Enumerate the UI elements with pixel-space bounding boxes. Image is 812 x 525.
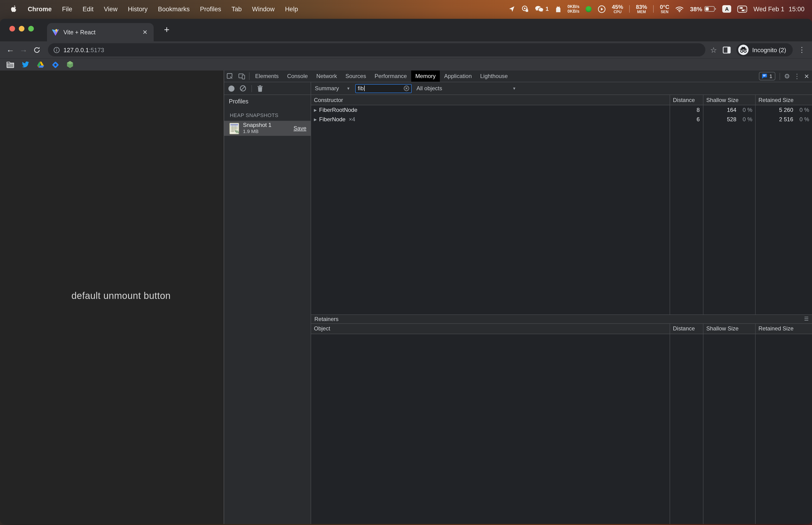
perspective-select[interactable]: Summary ▼ (315, 85, 350, 92)
clear-search-icon[interactable] (404, 86, 410, 91)
unmount-button[interactable]: default unmount button (72, 290, 171, 301)
col-shallow-size[interactable]: Shallow Size (703, 95, 755, 105)
back-button[interactable]: ← (4, 45, 17, 55)
clear-profiles-icon[interactable] (240, 85, 246, 92)
snapshot-item[interactable]: % Snapshot 1 1.9 MB Save (224, 121, 311, 136)
profile-incognito-chip[interactable]: Incognito (2) (736, 43, 793, 56)
table-row-fiberrootnode[interactable]: ▶ FiberRootNode 8 1640 % 5 2600 % (311, 105, 812, 115)
address-bar[interactable]: 127.0.0.1:5173 (48, 43, 706, 56)
issues-counter-button[interactable]: 1 (759, 72, 775, 80)
incognito-label: Incognito (2) (752, 46, 786, 53)
issues-icon (762, 73, 768, 79)
battery-indicator[interactable]: 38% (690, 5, 716, 13)
wifi-icon[interactable] (675, 6, 684, 12)
new-tab-button[interactable]: + (161, 25, 172, 35)
tab-elements[interactable]: Elements (251, 71, 283, 82)
bookmark-folder-icon[interactable] (6, 61, 15, 68)
cpu-stat[interactable]: 45% CPU (612, 4, 623, 14)
site-info-icon[interactable] (53, 47, 60, 53)
text-caret (364, 86, 365, 91)
take-snapshot-button[interactable] (228, 85, 234, 91)
menubar-item-help[interactable]: Help (280, 5, 303, 13)
tab-performance[interactable]: Performance (370, 71, 411, 82)
device-toolbar-icon[interactable] (236, 71, 248, 82)
heap-grid: Constructor Distance Shallow Size Retain… (311, 95, 812, 524)
status-dot-icon[interactable] (585, 6, 592, 12)
play-icon[interactable] (598, 5, 606, 13)
tab-console[interactable]: Console (283, 71, 312, 82)
constructor-grid-empty-area (311, 124, 812, 314)
snapshot-save-link[interactable]: Save (293, 125, 308, 132)
col-shallow-size[interactable]: Shallow Size (703, 324, 755, 333)
bookmark-twitter-icon[interactable] (21, 61, 30, 68)
devtools-settings-icon[interactable]: ⚙ (784, 72, 790, 80)
inspect-element-icon[interactable] (224, 71, 236, 82)
tab-sources[interactable]: Sources (341, 71, 370, 82)
forward-button[interactable]: → (17, 45, 30, 55)
snapshot-name: Snapshot 1 (243, 122, 271, 129)
minimize-window-button[interactable] (19, 26, 25, 31)
tab-close-icon[interactable]: ✕ (141, 29, 149, 36)
menubar-app-name[interactable]: Chrome (22, 5, 57, 13)
browser-window: Vite + React ✕ + ← → 127.0.0.1:5173 ☆ (0, 19, 812, 524)
menubar-item-bookmarks[interactable]: Bookmarks (153, 5, 195, 13)
browser-menu-icon[interactable]: ⋮ (798, 46, 806, 54)
tab-title: Vite + React (63, 29, 137, 35)
col-constructor[interactable]: Constructor (311, 95, 670, 105)
col-distance[interactable]: Distance (670, 95, 703, 105)
vite-favicon (52, 28, 59, 36)
close-window-button[interactable] (10, 26, 15, 31)
col-retained-size[interactable]: Retained Size (755, 95, 812, 105)
cat-icon[interactable] (555, 5, 561, 13)
wechat-badge: 1 (546, 6, 549, 12)
bookmark-node-icon[interactable] (66, 61, 74, 69)
col-distance[interactable]: Distance (670, 324, 703, 333)
screen: Chrome File Edit View History Bookmarks … (0, 0, 812, 525)
tab-lighthouse[interactable]: Lighthouse (476, 71, 512, 82)
browser-tab[interactable]: Vite + React ✕ (47, 23, 154, 41)
reload-button[interactable] (30, 46, 43, 53)
menubar-clock[interactable]: Wed Feb 1 15:00 (753, 5, 805, 13)
devtools-more-icon[interactable]: ⋮ (794, 72, 800, 80)
menubar-item-edit[interactable]: Edit (78, 5, 99, 13)
menubar-item-history[interactable]: History (123, 5, 153, 13)
tab-memory[interactable]: Memory (411, 71, 440, 82)
input-source-indicator[interactable]: A (722, 5, 731, 13)
menubar-item-tab[interactable]: Tab (226, 5, 247, 13)
bookmark-jira-icon[interactable] (52, 61, 59, 69)
devtools-panel: Elements Console Network Sources Perform… (224, 71, 812, 524)
tab-application[interactable]: Application (440, 71, 476, 82)
menubar-item-window[interactable]: Window (247, 5, 280, 13)
mem-stat[interactable]: 83% MEM (636, 4, 647, 14)
constructor-header-row: Constructor Distance Shallow Size Retain… (311, 95, 812, 105)
col-retained-size[interactable]: Retained Size (755, 324, 812, 333)
wechat-icon[interactable] (535, 5, 544, 13)
expand-triangle-icon[interactable]: ▶ (314, 117, 317, 121)
bookmark-drive-icon[interactable] (37, 61, 45, 68)
menubar-item-view[interactable]: View (99, 5, 123, 13)
menubar-item-file[interactable]: File (57, 5, 78, 13)
col-object[interactable]: Object (311, 324, 670, 333)
bookmark-star-icon[interactable]: ☆ (710, 45, 717, 54)
network-speed-stat[interactable]: 0KB/s 0KB/s (567, 4, 579, 14)
retainers-menu-icon[interactable]: ☰ (804, 316, 809, 322)
url-text: 127.0.0.1:5173 (63, 46, 104, 53)
objects-scope-select[interactable]: All objects ▼ (417, 85, 516, 92)
browser-toolbar: ← → 127.0.0.1:5173 ☆ I (0, 41, 812, 58)
zoom-window-button[interactable] (28, 26, 34, 31)
location-icon[interactable] (508, 6, 515, 12)
side-panel-icon[interactable] (722, 46, 731, 53)
devtools-close-icon[interactable]: ✕ (804, 73, 809, 80)
delete-profile-icon[interactable] (257, 85, 263, 92)
tab-network[interactable]: Network (312, 71, 341, 82)
table-row-fibernode[interactable]: ▶ FiberNode ×4 6 5280 % 2 5160 % (311, 115, 812, 124)
apple-menu-icon[interactable] (7, 5, 20, 13)
class-filter-input[interactable]: fib (355, 84, 412, 93)
expand-triangle-icon[interactable]: ▶ (314, 108, 317, 112)
control-center-icon[interactable] (737, 5, 747, 13)
menubar-item-profiles[interactable]: Profiles (195, 5, 226, 13)
retainers-header-bar: Retainers ☰ (311, 314, 812, 324)
svg-text:%: % (235, 129, 239, 134)
temp-stat[interactable]: 0°C SEN (660, 4, 669, 14)
privacy-recording-icon[interactable] (521, 5, 528, 13)
